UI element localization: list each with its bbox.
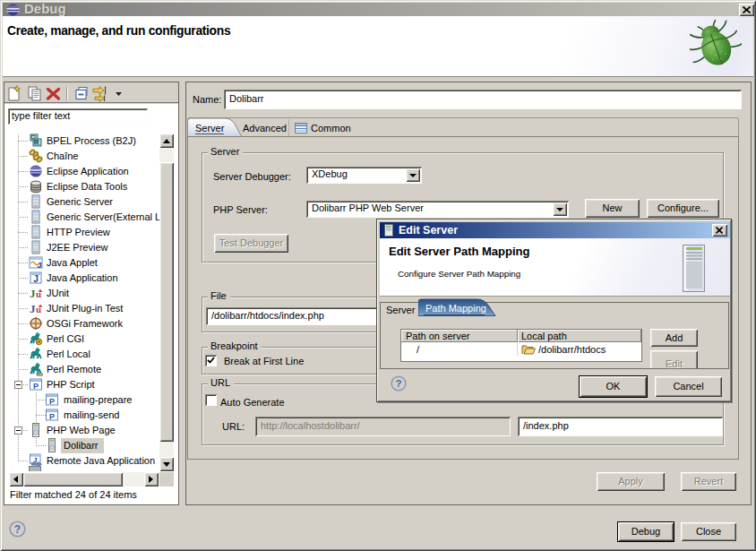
svg-text:P: P [33, 382, 39, 391]
svg-text:J: J [33, 456, 37, 464]
svg-text:?: ? [396, 378, 402, 389]
svg-text:?: ? [14, 523, 21, 536]
svg-text:J: J [38, 261, 42, 270]
svg-text:J: J [30, 287, 36, 300]
svg-text:J: J [30, 302, 36, 315]
svg-text:P: P [49, 397, 55, 406]
svg-text:J: J [33, 274, 39, 284]
svg-text:P: P [49, 412, 55, 421]
